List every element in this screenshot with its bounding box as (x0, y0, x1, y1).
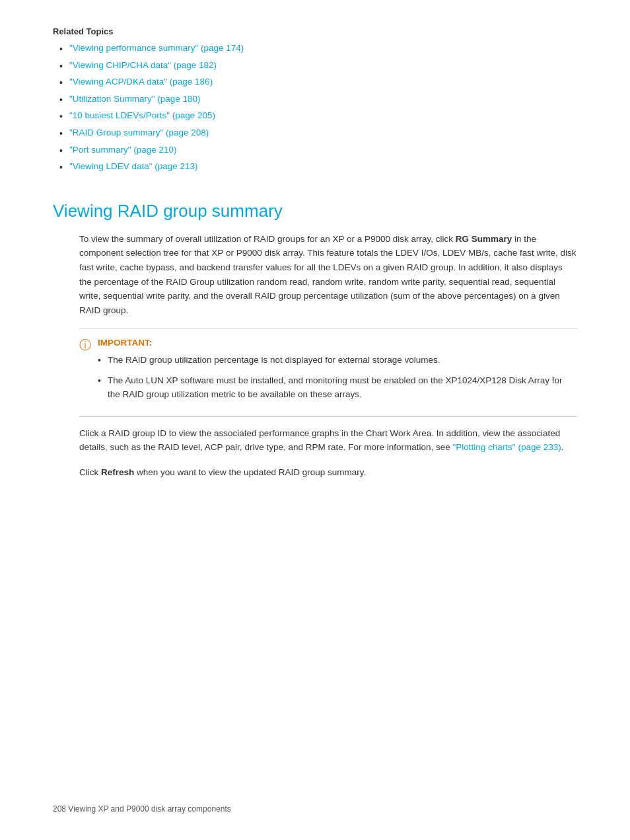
intro-paragraph: To view the summary of overall utilizati… (79, 232, 577, 318)
related-link[interactable]: "Viewing performance summary" (page 174) (69, 43, 244, 53)
related-link[interactable]: "Port summary" (page 210) (69, 145, 177, 155)
related-topics-section: Related Topics "Viewing performance summ… (53, 26, 577, 174)
divider-top (79, 328, 577, 328)
refresh-bold: Refresh (101, 467, 134, 477)
click-paragraph: Click a RAID group ID to view the associ… (79, 426, 577, 455)
related-link[interactable]: "RAID Group summary" (page 208) (69, 128, 209, 137)
related-topics-label: Related Topics (53, 26, 577, 36)
important-label: IMPORTANT: (98, 338, 577, 348)
important-list: The RAID group utilization percentage is… (98, 353, 577, 402)
divider-bottom (79, 416, 577, 417)
related-list-item: "Viewing performance summary" (page 174) (59, 43, 577, 56)
intro-text-after: in the component selection tree for that… (79, 234, 577, 315)
related-link[interactable]: "Utilization Summary" (page 180) (69, 94, 201, 104)
related-list-item: "Viewing CHIP/CHA data" (page 182) (59, 60, 577, 73)
page-footer: 208 Viewing XP and P9000 disk array comp… (53, 804, 231, 814)
related-list-item: "RAID Group summary" (page 208) (59, 128, 577, 141)
plotting-charts-link[interactable]: "Plotting charts" (page 233) (453, 442, 561, 452)
important-list-item: The RAID group utilization percentage is… (98, 353, 577, 367)
related-list-item: "Viewing ACP/DKA data" (page 186) (59, 77, 577, 90)
related-link[interactable]: "10 busiest LDEVs/Ports" (page 205) (69, 110, 215, 120)
related-list-item: "Utilization Summary" (page 180) (59, 94, 577, 107)
related-link[interactable]: "Viewing CHIP/CHA data" (page 182) (69, 60, 217, 70)
related-list-item: "Port summary" (page 210) (59, 145, 577, 158)
related-list-item: "10 busiest LDEVs/Ports" (page 205) (59, 110, 577, 124)
refresh-text-1: Click (79, 467, 101, 477)
intro-text-before: To view the summary of overall utilizati… (79, 234, 456, 244)
related-topics-list: "Viewing performance summary" (page 174)… (53, 43, 577, 174)
related-link[interactable]: "Viewing LDEV data" (page 213) (69, 161, 198, 171)
important-icon: ⓘ (79, 338, 91, 353)
rg-summary-bold: RG Summary (456, 234, 512, 244)
section-title: Viewing RAID group summary (53, 194, 577, 221)
related-link[interactable]: "Viewing ACP/DKA data" (page 186) (69, 77, 213, 87)
important-block: ⓘ IMPORTANT: The RAID group utilization … (79, 338, 577, 407)
refresh-paragraph: Click Refresh when you want to view the … (79, 465, 577, 480)
important-content: IMPORTANT: The RAID group utilization pe… (98, 338, 577, 407)
important-list-item: The Auto LUN XP software must be install… (98, 373, 577, 402)
refresh-text-2: when you want to view the updated RAID g… (134, 467, 366, 477)
section-body: To view the summary of overall utilizati… (53, 232, 577, 480)
click-text-2: . (561, 442, 564, 452)
related-list-item: "Viewing LDEV data" (page 213) (59, 161, 577, 174)
